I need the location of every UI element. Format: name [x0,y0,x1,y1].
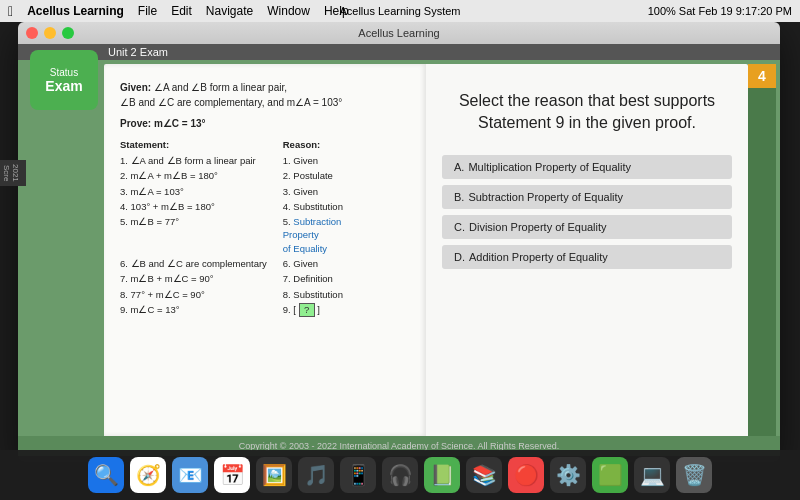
reason-5: 5. SubtractionPropertyof Equality [283,215,410,255]
apple-logo-icon:  [8,3,13,19]
question-text: Select the reason that best supports Sta… [442,90,732,135]
window-titlebar: Acellus Learning [18,22,780,44]
reason-9: 9. [ ? ] [283,303,410,317]
stmt-9: 9. m∠C = 13° [120,303,273,316]
reason-8: 8. Substitution [283,288,410,301]
maximize-button[interactable] [62,27,74,39]
dock-trash-icon[interactable]: 🗑️ [676,457,712,493]
answer-placeholder: ? [299,303,315,317]
stmt-2: 2. m∠A + m∠B = 180° [120,169,273,182]
table-row: 8. 77° + m∠C = 90° 8. Substitution [120,288,410,301]
menu-file[interactable]: File [138,4,157,18]
choice-a[interactable]: A. Multiplication Property of Equality [442,155,732,179]
close-button[interactable] [26,27,38,39]
stmt-6: 6. ∠B and ∠C are complementary [120,257,273,270]
dock-app1-icon[interactable]: 📱 [340,457,376,493]
choice-c-label: C. [454,221,465,233]
dock-calendar-icon[interactable]: 📅 [214,457,250,493]
choice-c-text: Division Property of Equality [469,221,607,233]
minimize-button[interactable] [44,27,56,39]
mac-dock: 🔍 🧭 📧 📅 🖼️ 🎵 📱 🎧 📗 📚 🔴 ⚙️ 🟩 💻 🗑️ [0,450,800,500]
table-row: 2. m∠A + m∠B = 180° 2. Postulate [120,169,410,182]
menu-window[interactable]: Window [267,4,310,18]
table-row: 6. ∠B and ∠C are complementary 6. Given [120,257,410,270]
table-row: 5. m∠B = 77° 5. SubtractionPropertyof Eq… [120,215,410,255]
menubar-right: Acellus Learning System 100% Sat Feb 19 … [648,5,792,17]
app-name: Acellus Learning [27,4,124,18]
reason-7: 7. Definition [283,272,410,285]
reason-6: 6. Given [283,257,410,270]
status-label: Status [50,67,78,78]
unit-header: Unit 2 Exam [18,44,780,60]
dock-app2-icon[interactable]: 🎧 [382,457,418,493]
menubar-left:  Acellus Learning File Edit Navigate Wi… [8,3,349,19]
table-row: 7. m∠B + m∠C = 90° 7. Definition [120,272,410,285]
stmt-5: 5. m∠B = 77° [120,215,273,228]
menubar-time: 100% Sat Feb 19 9:17:20 PM [648,5,792,17]
header-reason: Reason: [283,139,410,150]
stmt-3: 3. m∠A = 103° [120,185,273,198]
proof-table: Statement: Reason: 1. ∠A and ∠B form a l… [120,139,410,317]
reason-5-text: SubtractionPropertyof Equality [283,216,342,254]
stmt-4: 4. 103° + m∠B = 180° [120,200,273,213]
reason-1: 1. Given [283,154,410,167]
choice-a-text: Multiplication Property of Equality [468,161,631,173]
unit-header-text: Unit 2 Exam [108,46,168,58]
table-row: 1. ∠A and ∠B form a linear pair 1. Given [120,154,410,167]
choice-c[interactable]: C. Division Property of Equality [442,215,732,239]
choice-d[interactable]: D. Addition Property of Equality [442,245,732,269]
dock-finder-icon[interactable]: 🔍 [88,457,124,493]
right-page: Select the reason that best supports Sta… [426,64,748,436]
menu-edit[interactable]: Edit [171,4,192,18]
choice-a-label: A. [454,161,464,173]
reason-4: 4. Substitution [283,200,410,213]
choice-b[interactable]: B. Subtraction Property of Equality [442,185,732,209]
dock-photos-icon[interactable]: 🖼️ [256,457,292,493]
answer-choices: A. Multiplication Property of Equality B… [442,155,732,269]
menu-navigate[interactable]: Navigate [206,4,253,18]
dock-app8-icon[interactable]: 💻 [634,457,670,493]
exam-label: Exam [45,78,82,94]
stmt-1: 1. ∠A and ∠B form a linear pair [120,154,273,167]
table-row: 3. m∠A = 103° 3. Given [120,185,410,198]
proof-table-header: Statement: Reason: [120,139,410,150]
right-sidebar: 4 [748,64,776,436]
dock-music-icon[interactable]: 🎵 [298,457,334,493]
main-window: Acellus Learning Unit 2 Exam Given: ∠A a… [18,22,780,462]
dock-app3-icon[interactable]: 📗 [424,457,460,493]
choice-d-text: Addition Property of Equality [469,251,608,263]
prove-text: Prove: m∠C = 13° [120,118,410,129]
table-row: 4. 103° + m∠B = 180° 4. Substitution [120,200,410,213]
stmt-8: 8. 77° + m∠C = 90° [120,288,273,301]
dock-app7-icon[interactable]: 🟩 [592,457,628,493]
given-text: Given: ∠A and ∠B form a linear pair, ∠B … [120,80,410,110]
dock-app4-icon[interactable]: 📚 [466,457,502,493]
reason-2: 2. Postulate [283,169,410,182]
choice-d-label: D. [454,251,465,263]
menubar-center-title: Acellus Learning System [339,5,460,17]
choice-b-label: B. [454,191,464,203]
dock-app6-icon[interactable]: ⚙️ [550,457,586,493]
dock-mail-icon[interactable]: 📧 [172,457,208,493]
dock-safari-icon[interactable]: 🧭 [130,457,166,493]
book-area: Given: ∠A and ∠B form a linear pair, ∠B … [18,60,780,436]
question-number: 4 [748,64,776,88]
window-title: Acellus Learning [358,27,439,39]
header-statement: Statement: [120,139,273,150]
status-badge: Status Exam [30,50,98,110]
screen-label: Scre2021 [0,160,26,186]
reason-3: 3. Given [283,185,410,198]
dock-app5-icon[interactable]: 🔴 [508,457,544,493]
left-page: Given: ∠A and ∠B form a linear pair, ∠B … [104,64,426,436]
choice-b-text: Subtraction Property of Equality [468,191,623,203]
stmt-7: 7. m∠B + m∠C = 90° [120,272,273,285]
mac-menubar:  Acellus Learning File Edit Navigate Wi… [0,0,800,22]
table-row: 9. m∠C = 13° 9. [ ? ] [120,303,410,317]
